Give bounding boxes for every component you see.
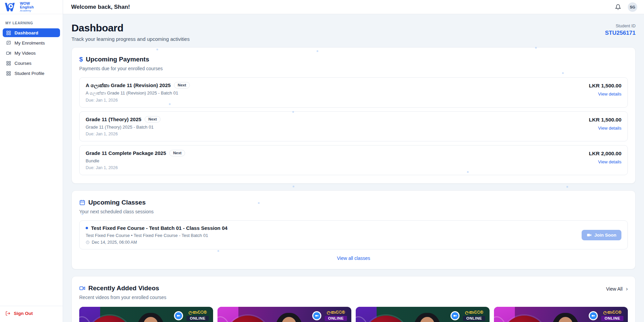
- sidebar-item-label: Courses: [14, 61, 31, 66]
- classes-subtitle: Your next scheduled class sessions: [79, 209, 628, 214]
- payment-amount: LKR 2,000.00: [589, 151, 622, 157]
- view-details-link[interactable]: View details: [589, 159, 622, 164]
- presenter-figure: [269, 313, 309, 322]
- notifications-button[interactable]: [614, 3, 622, 11]
- page-header: Dashboard Track your learning progress a…: [71, 22, 636, 42]
- sidebar-item-label: My Enrolments: [14, 41, 45, 46]
- app-logo[interactable]: WOW English Academy: [0, 0, 63, 14]
- payment-detail: Grade 11 (Theory) 2025 - Batch 01: [86, 125, 160, 130]
- presenter-figure: [545, 313, 586, 322]
- sidebar-item-dashboard[interactable]: Dashboard: [3, 28, 60, 37]
- payment-amount: LKR 1,500.00: [589, 83, 622, 89]
- page-title: Dashboard: [71, 22, 189, 34]
- class-title: Test Fixed Fee Course - Test Batch 01 - …: [91, 225, 228, 231]
- sidebar-item-my-enrolments[interactable]: My Enrolments: [3, 38, 60, 47]
- student-id-label: Student ID: [605, 24, 636, 28]
- speck-decoration: [169, 103, 171, 105]
- video-thumbnails-grid: WOW's RACE TO A+ REVISION CLASS A ලොක්කා…: [79, 307, 628, 322]
- speck-decoration: [566, 186, 568, 188]
- sidebar-item-label: Student Profile: [14, 71, 45, 76]
- grid-icon: [6, 30, 11, 35]
- videos-header-left: Recently Added Videos Recent videos from…: [79, 285, 606, 306]
- student-id-block: Student ID STU256171: [605, 22, 636, 36]
- video-thumbnail[interactable]: WOW's RACE TO A+ THEORY CLASS ලංකාවටම ON…: [217, 307, 351, 322]
- view-details-link[interactable]: View details: [589, 126, 622, 131]
- payment-row-left: Grade 11 (Theory) 2025 Next Grade 11 (Th…: [86, 116, 160, 136]
- sidebar-nav: Dashboard My Enrolments My Videos Course…: [0, 28, 63, 78]
- video-camera-icon: [6, 51, 11, 56]
- zoom-camera-icon: [312, 311, 321, 320]
- class-session-row: Test Fixed Fee Course - Test Batch 01 - …: [79, 220, 628, 249]
- sidebar-item-label: My Videos: [14, 51, 36, 56]
- payments-card-header: $ Upcoming Payments: [79, 56, 628, 63]
- payment-due-date: Due: Jan 1, 2026: [86, 98, 190, 103]
- online-badge-lang: ලංකාවටම: [324, 310, 348, 315]
- speck-decoration: [217, 250, 219, 252]
- view-all-videos-button[interactable]: View All ›: [606, 285, 628, 292]
- payment-row-right: LKR 1,500.00 View details: [589, 116, 622, 136]
- sign-out-label: Sign Out: [14, 311, 33, 316]
- join-soon-label: Join Soon: [594, 233, 616, 238]
- book-icon: [6, 41, 11, 46]
- chevron-right-icon: ›: [626, 286, 628, 292]
- online-badge-text: ONLINE: [186, 316, 209, 321]
- join-soon-button[interactable]: Join Soon: [582, 230, 621, 240]
- sidebar-item-student-profile[interactable]: Student Profile: [3, 69, 60, 78]
- video-thumbnail[interactable]: WOW's RACE TO A+ REVISION CLASS A ලොක්කා…: [79, 307, 213, 322]
- online-badge: ලංකාවටම ONLINE WWW.WOWENGLISH.LK: [589, 310, 624, 322]
- payment-title: Grade 11 Complete Package 2025: [86, 150, 166, 156]
- logo-line-2: English: [20, 5, 34, 9]
- class-datetime: Dec 14, 2025, 06:00 AM: [92, 240, 137, 245]
- sign-out-button[interactable]: Sign Out: [5, 311, 57, 316]
- speck-decoration: [535, 47, 537, 49]
- online-badge-text: ONLINE: [325, 316, 347, 321]
- wow-logo-icon: [4, 2, 18, 12]
- next-badge: Next: [169, 150, 185, 156]
- logout-icon: [5, 311, 10, 316]
- payment-amount: LKR 1,500.00: [589, 117, 622, 123]
- classes-title: Upcoming Classes: [88, 199, 146, 206]
- videos-card-header: Recently Added Videos Recent videos from…: [79, 285, 628, 306]
- page-subtitle: Track your learning progress and upcomin…: [71, 36, 189, 42]
- next-badge: Next: [145, 116, 160, 123]
- sidebar-item-my-videos[interactable]: My Videos: [3, 49, 60, 57]
- presenter-figure: [130, 313, 171, 322]
- sidebar-item-courses[interactable]: Courses: [3, 59, 60, 68]
- app-root: WOW English Academy MY LEARNING Dashboar…: [0, 0, 644, 322]
- view-all-classes-link[interactable]: View all classes: [79, 256, 628, 261]
- welcome-message: Welcome back, Shan!: [71, 4, 130, 10]
- video-thumbnail[interactable]: WOW's RACE TO A+ REVISION CLASS A ලොක්කා…: [356, 307, 490, 322]
- upcoming-classes-card: Upcoming Classes Your next scheduled cla…: [71, 190, 636, 269]
- online-badge-text: ONLINE: [601, 316, 623, 321]
- calendar-icon: [79, 199, 85, 206]
- recent-videos-card: Recently Added Videos Recent videos from…: [71, 276, 636, 322]
- page-header-left: Dashboard Track your learning progress a…: [71, 22, 189, 42]
- sidebar: WOW English Academy MY LEARNING Dashboar…: [0, 0, 63, 322]
- online-badge: ලංකාවටම ONLINE WWW.WOWENGLISH.LK: [450, 310, 486, 322]
- user-avatar[interactable]: SG: [628, 2, 637, 12]
- speck-decoration: [292, 111, 294, 113]
- view-details-link[interactable]: View details: [589, 91, 622, 97]
- payment-detail: A ලොක්කා Grade 11 (Revision) 2025 - Batc…: [86, 90, 190, 96]
- zoom-camera-icon: [174, 311, 183, 320]
- payment-row-left: A ලොක්කා Grade 11 (Revision) 2025 Next A…: [86, 82, 190, 103]
- video-thumbnail[interactable]: WOW's RACE TO A+ THEORY CLASS ලංකාවටම ON…: [494, 307, 628, 322]
- presenter-figure: [407, 313, 447, 322]
- online-badge-lang: ලංකාවටම: [462, 310, 486, 315]
- online-badge: ලංකාවටම ONLINE WWW.WOWENGLISH.LK: [312, 310, 348, 322]
- zoom-camera-icon: [589, 311, 598, 320]
- upcoming-payments-card: $ Upcoming Payments Payments due for you…: [71, 47, 636, 184]
- video-camera-icon: [587, 233, 592, 238]
- next-badge: Next: [174, 82, 190, 88]
- online-badge-text: ONLINE: [463, 316, 485, 321]
- app-name: WOW English Academy: [20, 2, 34, 12]
- payment-row: Grade 11 Complete Package 2025 Next Bund…: [79, 145, 628, 175]
- dollar-icon: $: [79, 56, 83, 63]
- class-detail: Test Fixed Fee Course • Test Fixed Fee C…: [86, 233, 228, 238]
- payment-row: Grade 11 (Theory) 2025 Next Grade 11 (Th…: [79, 111, 628, 141]
- online-badge-lang: ලංකාවටම: [600, 310, 624, 315]
- videos-title: Recently Added Videos: [88, 285, 159, 292]
- payment-row-left: Grade 11 Complete Package 2025 Next Bund…: [86, 150, 185, 170]
- speck-decoration: [562, 72, 564, 74]
- main-column: Welcome back, Shan! SG: [63, 0, 644, 322]
